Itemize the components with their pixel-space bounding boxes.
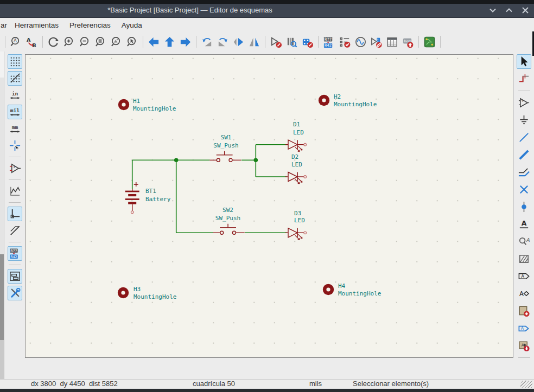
- wire-to-bus-entry-button[interactable]: [517, 165, 531, 179]
- menu-ayuda[interactable]: Ayuda: [116, 18, 148, 32]
- zoom-in-button[interactable]: [62, 35, 77, 49]
- units-inches-button[interactable]: in: [8, 88, 22, 102]
- mirror-horizontal-icon: [248, 36, 260, 48]
- sw2-ref: SW2: [223, 207, 233, 214]
- show-op-voltages-button[interactable]: [8, 184, 22, 198]
- menu-herramientas[interactable]: Herramientas: [9, 18, 64, 32]
- mirror-vertical-button[interactable]: [231, 35, 246, 49]
- erc-button[interactable]: [338, 35, 352, 49]
- hierarchy-navigator-button[interactable]: [8, 269, 22, 284]
- place-power-port-button[interactable]: [517, 113, 531, 127]
- highlight-net-button[interactable]: [517, 72, 531, 86]
- resize-grip[interactable]: [520, 381, 532, 388]
- zoom-fit-objects-button[interactable]: [109, 35, 124, 49]
- titlebar[interactable]: *Basic Project [Basic Project] — Editor …: [0, 4, 534, 18]
- symbol-library-browser-button[interactable]: [284, 35, 299, 49]
- find-replace-button[interactable]: AB: [24, 35, 39, 49]
- show-hidden-pins-button[interactable]: +: [8, 161, 22, 176]
- component-h4[interactable]: H4 MountingHole: [323, 282, 382, 297]
- rotate-cw-button[interactable]: [215, 35, 230, 49]
- nav-forward-button[interactable]: [178, 35, 193, 49]
- toolbar-separator: [518, 91, 530, 91]
- window-title: *Basic Project [Basic Project] — Editor …: [81, 6, 298, 14]
- minimize-button[interactable]: [487, 5, 498, 16]
- table-icon: [386, 36, 398, 48]
- close-button[interactable]: [520, 5, 531, 16]
- svg-text:A: A: [519, 290, 524, 298]
- toolbar-separator: [9, 242, 21, 242]
- schematic-drawing: BT1 Battery SW1 SW_Push SW2 SW_Push: [26, 55, 513, 357]
- right-toolbar: + A A A A A A: [513, 52, 534, 379]
- arrow-up-icon: [163, 36, 176, 48]
- draw-wire-button[interactable]: [517, 130, 531, 145]
- mirror-vertical-icon: [232, 36, 245, 48]
- refresh-button[interactable]: [46, 35, 61, 49]
- component-d2[interactable]: D2 LED: [285, 153, 307, 184]
- net-class-directive-button[interactable]: A: [517, 234, 531, 249]
- mirror-horizontal-button[interactable]: [247, 35, 262, 49]
- global-label-button[interactable]: A: [517, 269, 531, 284]
- annotate-automatically-button[interactable]: R??R42: [8, 246, 22, 261]
- draw-bus-button[interactable]: [517, 147, 531, 162]
- component-d1[interactable]: D1 LED: [285, 121, 307, 152]
- nav-up-hierarchy-button[interactable]: [162, 35, 177, 49]
- place-symbol-button[interactable]: +: [517, 95, 531, 110]
- h3-value: MountingHole: [134, 293, 176, 300]
- any-angle-wire-mode-button[interactable]: [8, 223, 22, 238]
- select-tool-button[interactable]: [517, 54, 531, 69]
- annotate-button[interactable]: R??R42: [322, 35, 336, 49]
- menu-colocar-partial[interactable]: ar: [0, 18, 9, 32]
- nav-back-button[interactable]: [147, 35, 161, 49]
- svg-text:mm: mm: [11, 124, 18, 130]
- menu-preferencias[interactable]: Preferencias: [64, 18, 116, 32]
- bus-entry-icon: [518, 166, 530, 178]
- component-d3[interactable]: D3 LED: [285, 210, 307, 240]
- status-grid: cuadrícula 50: [193, 380, 235, 388]
- sheet-pin-button[interactable]: A: [517, 321, 531, 336]
- rotate-ccw-button[interactable]: [200, 35, 214, 49]
- component-h1[interactable]: H1 MountingHole: [118, 98, 176, 112]
- d2-value: LED: [291, 161, 302, 168]
- open-pcb-editor-button[interactable]: [422, 35, 437, 49]
- component-sw2[interactable]: SW2 SW_Push: [213, 207, 245, 235]
- simulator-button[interactable]: [353, 35, 368, 49]
- zoom-out-button[interactable]: [78, 35, 92, 49]
- no-connect-flag-button[interactable]: [517, 182, 531, 197]
- assign-footprints-icon: [370, 36, 383, 48]
- show-grid-button[interactable]: [8, 54, 22, 69]
- zoom-selection-button[interactable]: [125, 35, 139, 49]
- full-crosshair-cursor-button[interactable]: [8, 138, 22, 153]
- find-button[interactable]: A: [9, 35, 23, 49]
- component-h2[interactable]: H2 MountingHole: [319, 93, 377, 108]
- zoom-fit-page-button[interactable]: [93, 35, 108, 49]
- main-area: in mil mm + R??R42: [0, 52, 534, 379]
- properties-panel-button[interactable]: [8, 286, 22, 300]
- import-sheet-pin-button[interactable]: A: [517, 338, 531, 353]
- status-coordinates: dx 3800 dy 4450 dist 5852: [31, 380, 118, 388]
- hierarchical-sheet-button[interactable]: [517, 304, 531, 318]
- footprint-editor-button[interactable]: [300, 35, 315, 49]
- symbol-editor-button[interactable]: [269, 35, 283, 49]
- hierarchical-label-button[interactable]: A: [517, 286, 531, 301]
- net-label-button[interactable]: A: [517, 217, 531, 232]
- background-window-strip: [0, 52, 4, 379]
- schematic-canvas[interactable]: BT1 Battery SW1 SW_Push SW2 SW_Push: [25, 54, 513, 358]
- hierarchical-label-icon: A: [518, 287, 530, 300]
- status-units: mils: [309, 380, 322, 388]
- toolbar-separator: [418, 36, 419, 48]
- units-mm-button[interactable]: mm: [8, 121, 22, 136]
- maximize-button[interactable]: [504, 5, 514, 16]
- export-bom-button[interactable]: .bom: [400, 35, 415, 49]
- assign-footprints-button[interactable]: [369, 35, 384, 49]
- rule-area-button[interactable]: [517, 252, 531, 266]
- import-sheet-pin-icon: A: [518, 339, 530, 352]
- kicad-schematic-editor-window: *Basic Project [Basic Project] — Editor …: [0, 0, 534, 392]
- component-sw1[interactable]: SW1 SW_Push: [209, 134, 241, 162]
- symbol-fields-table-button[interactable]: [385, 35, 399, 49]
- hv-wire-mode-button[interactable]: [8, 207, 22, 221]
- grid-overrides-button[interactable]: [8, 71, 22, 86]
- units-mils-button[interactable]: mil: [8, 105, 22, 119]
- component-h3[interactable]: H3 MountingHole: [118, 286, 177, 300]
- place-junction-button[interactable]: [517, 200, 531, 214]
- svg-text:R??: R??: [10, 249, 17, 253]
